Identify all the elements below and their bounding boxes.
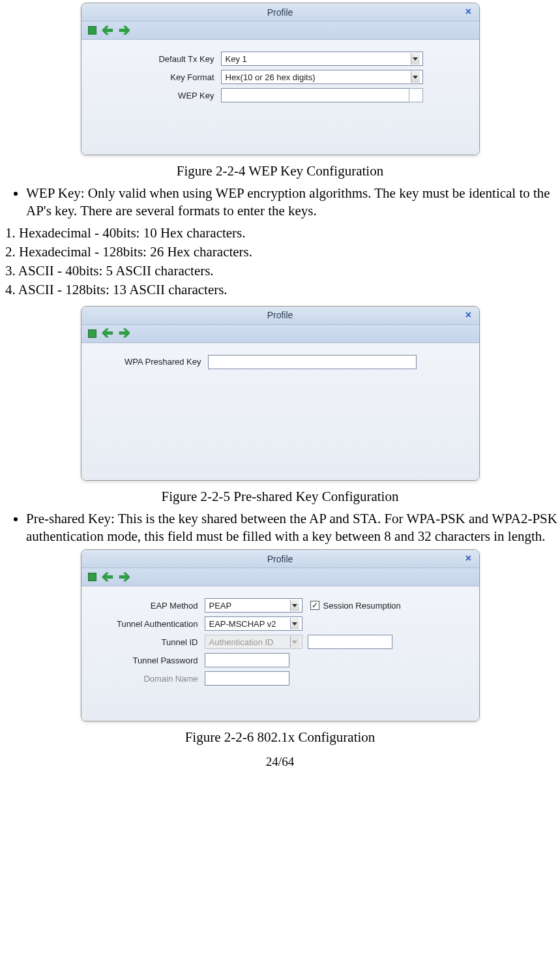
back-arrow-icon[interactable]: 🡰 <box>102 571 113 583</box>
dialog-titlebar: Profile × <box>81 3 479 22</box>
bullet-psk: Pre-shared Key: This is the key shared b… <box>26 510 560 546</box>
forward-arrow-icon[interactable]: 🡲 <box>119 327 130 339</box>
wep-key-label: WEP Key <box>91 91 221 100</box>
row-tunnel-id: Tunnel ID Authentication ID <box>91 635 470 649</box>
chevron-down-icon <box>411 71 420 83</box>
close-icon[interactable]: × <box>464 553 474 564</box>
psk-label: WPA Preshared Key <box>91 357 208 367</box>
tunnel-auth-value: EAP-MSCHAP v2 <box>209 619 276 629</box>
figure-caption-3: Figure 2-2-6 802.1x Configuration <box>0 729 560 746</box>
key-format-label: Key Format <box>91 72 221 82</box>
profile-dialog-8021x: Profile × 🡰 🡲 EAP Method PEAP ✓ Session … <box>81 549 480 721</box>
close-icon[interactable]: × <box>464 310 474 320</box>
profile-dialog-wep: Profile × 🡰 🡲 Default Tx Key Key 1 Key F… <box>81 3 480 155</box>
figure-caption-1: Figure 2-2-4 WEP Key Configuration <box>0 163 560 179</box>
dialog-body: Default Tx Key Key 1 Key Format Hex(10 o… <box>81 40 479 155</box>
dialog-body: WPA Preshared Key <box>81 343 479 480</box>
chevron-down-icon <box>290 599 299 611</box>
dialog-titlebar: Profile × <box>81 550 479 568</box>
back-arrow-icon[interactable]: 🡰 <box>102 327 113 339</box>
dialog-titlebar: Profile × <box>81 307 479 325</box>
stop-icon[interactable] <box>88 329 96 338</box>
row-tunnel-auth: Tunnel Authentication EAP-MSCHAP v2 <box>91 616 470 631</box>
key-format-select[interactable]: Hex(10 or 26 hex digits) <box>221 70 423 84</box>
row-tunnel-password: Tunnel Password <box>91 653 470 667</box>
dialog-title: Profile <box>267 554 293 564</box>
dialog-title: Profile <box>267 7 293 18</box>
dialog-toolbar: 🡰 🡲 <box>81 568 479 586</box>
num-item-4: 4. ASCII - 128bits: 13 ASCII characters. <box>5 281 560 299</box>
chevron-down-icon <box>290 618 299 629</box>
stop-icon[interactable] <box>88 573 96 581</box>
eap-method-label: EAP Method <box>91 601 205 611</box>
chevron-down-icon <box>290 636 299 648</box>
eap-method-select[interactable]: PEAP <box>205 598 302 613</box>
default-tx-key-label: Default Tx Key <box>91 54 221 64</box>
dialog-title: Profile <box>267 310 293 320</box>
page-number: 24/64 <box>0 755 560 769</box>
forward-arrow-icon[interactable]: 🡲 <box>119 25 130 37</box>
num-item-3: 3. ASCII - 40bits: 5 ASCII characters. <box>5 262 560 280</box>
close-icon[interactable]: × <box>464 7 474 17</box>
default-tx-key-value: Key 1 <box>226 54 247 64</box>
num-item-2: 2. Hexadecimal - 128bits: 26 Hex charact… <box>5 243 560 261</box>
domain-name-input[interactable] <box>205 671 289 686</box>
session-resumption-checkbox[interactable]: ✓ Session Resumption <box>310 601 401 611</box>
tunnel-auth-select[interactable]: EAP-MSCHAP v2 <box>205 616 302 631</box>
forward-arrow-icon[interactable]: 🡲 <box>119 571 130 583</box>
eap-method-value: PEAP <box>209 601 232 611</box>
tunnel-id-input[interactable] <box>308 635 392 649</box>
tunnel-id-value: Authentication ID <box>209 637 274 647</box>
session-resumption-label: Session Resumption <box>323 601 401 611</box>
row-wep-key: WEP Key <box>91 88 470 102</box>
dialog-body: EAP Method PEAP ✓ Session Resumption Tun… <box>81 586 479 721</box>
tunnel-password-input[interactable] <box>205 653 289 667</box>
checkbox-icon: ✓ <box>310 601 319 610</box>
dialog-toolbar: 🡰 🡲 <box>81 325 479 343</box>
back-arrow-icon[interactable]: 🡰 <box>102 25 113 37</box>
bullet-list-2: Pre-shared Key: This is the key shared b… <box>0 510 560 546</box>
wep-key-input[interactable] <box>221 88 423 102</box>
dialog-toolbar: 🡰 🡲 <box>81 22 479 40</box>
profile-dialog-psk: Profile × 🡰 🡲 WPA Preshared Key <box>81 306 480 481</box>
wep-key-suffix <box>409 88 423 102</box>
chevron-down-icon <box>411 53 420 65</box>
tunnel-password-label: Tunnel Password <box>91 656 205 665</box>
tunnel-id-select: Authentication ID <box>205 635 302 649</box>
default-tx-key-select[interactable]: Key 1 <box>221 52 423 66</box>
stop-icon[interactable] <box>88 26 96 35</box>
key-format-value: Hex(10 or 26 hex digits) <box>226 72 316 82</box>
figure-caption-2: Figure 2-2-5 Pre-shared Key Configuratio… <box>0 489 560 505</box>
tunnel-id-label: Tunnel ID <box>91 637 205 647</box>
row-key-format: Key Format Hex(10 or 26 hex digits) <box>91 70 470 84</box>
row-eap-method: EAP Method PEAP ✓ Session Resumption <box>91 598 470 613</box>
num-item-1: 1. Hexadecimal - 40bits: 10 Hex characte… <box>5 224 560 242</box>
row-default-tx-key: Default Tx Key Key 1 <box>91 52 470 66</box>
psk-input[interactable] <box>208 355 417 369</box>
tunnel-auth-label: Tunnel Authentication <box>91 619 205 629</box>
row-psk: WPA Preshared Key <box>91 355 470 369</box>
domain-name-label: Domain Name <box>91 674 205 684</box>
row-domain-name: Domain Name <box>91 671 470 686</box>
bullet-list-1: WEP Key: Only valid when using WEP encry… <box>0 185 560 220</box>
numbered-list: 1. Hexadecimal - 40bits: 10 Hex characte… <box>0 224 560 299</box>
bullet-wep-key: WEP Key: Only valid when using WEP encry… <box>26 185 560 220</box>
